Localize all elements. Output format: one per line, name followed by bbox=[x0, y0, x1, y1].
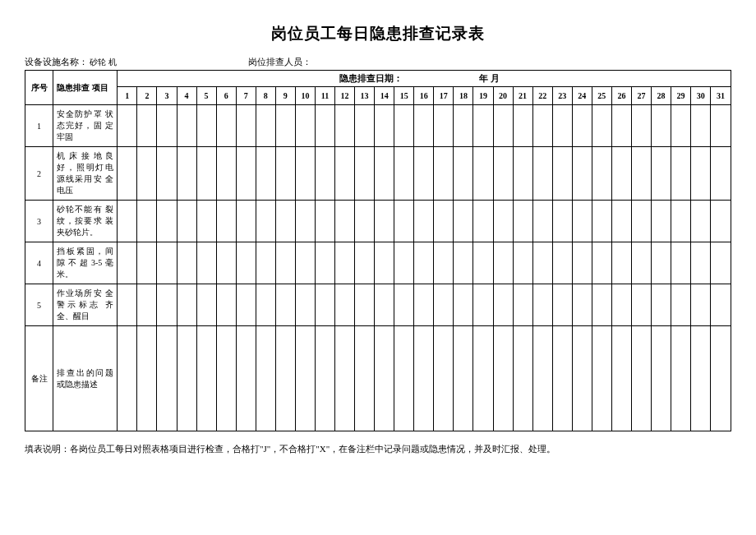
check-cell bbox=[473, 105, 493, 147]
check-cell bbox=[513, 147, 532, 201]
check-cell bbox=[157, 201, 177, 242]
check-cell bbox=[473, 242, 493, 284]
check-cell bbox=[454, 284, 473, 326]
check-cell bbox=[216, 201, 236, 242]
check-cell bbox=[592, 147, 611, 201]
remark-cell bbox=[216, 326, 236, 431]
day-header-31: 31 bbox=[711, 87, 731, 105]
check-cell bbox=[552, 242, 572, 284]
check-cell bbox=[671, 284, 691, 326]
day-header-1: 1 bbox=[118, 87, 137, 105]
remark-cell bbox=[454, 326, 473, 431]
item-cell: 砂轮不能有 裂纹，按要求 装夹砂轮片。 bbox=[53, 201, 118, 242]
check-cell bbox=[454, 242, 473, 284]
inspection-table: 序号 隐患排查 项目 隐患排查日期： 年 月 12345678910111213… bbox=[25, 70, 731, 431]
check-cell bbox=[414, 242, 434, 284]
check-cell bbox=[414, 284, 434, 326]
check-cell bbox=[473, 284, 493, 326]
header-date: 隐患排查日期： 年 月 bbox=[118, 71, 731, 87]
day-header-28: 28 bbox=[652, 87, 671, 105]
remark-cell bbox=[157, 326, 177, 431]
seq-cell: 2 bbox=[25, 147, 53, 201]
check-cell bbox=[473, 147, 493, 201]
day-header-14: 14 bbox=[375, 87, 394, 105]
item-cell: 安全防护罩 状态完好，固 定牢固 bbox=[53, 105, 118, 147]
day-header-6: 6 bbox=[216, 87, 236, 105]
check-cell bbox=[592, 242, 611, 284]
check-cell bbox=[611, 105, 631, 147]
check-cell bbox=[414, 147, 434, 201]
check-cell bbox=[236, 147, 256, 201]
check-cell bbox=[335, 284, 355, 326]
check-cell bbox=[275, 242, 295, 284]
seq-cell: 1 bbox=[25, 105, 53, 147]
check-cell bbox=[375, 147, 394, 201]
day-header-30: 30 bbox=[691, 87, 711, 105]
check-cell bbox=[532, 201, 552, 242]
check-cell bbox=[631, 147, 651, 201]
day-header-4: 4 bbox=[177, 87, 196, 105]
remark-cell bbox=[513, 326, 532, 431]
check-cell bbox=[513, 284, 532, 326]
day-header-22: 22 bbox=[532, 87, 552, 105]
check-cell bbox=[315, 147, 334, 201]
check-cell bbox=[236, 105, 256, 147]
remark-cell bbox=[375, 326, 394, 431]
check-cell bbox=[157, 284, 177, 326]
check-cell bbox=[256, 284, 275, 326]
day-header-17: 17 bbox=[434, 87, 454, 105]
check-cell bbox=[652, 201, 671, 242]
day-header-20: 20 bbox=[493, 87, 513, 105]
check-cell bbox=[295, 201, 315, 242]
day-header-7: 7 bbox=[236, 87, 256, 105]
check-cell bbox=[532, 284, 552, 326]
remark-cell bbox=[256, 326, 275, 431]
check-cell bbox=[631, 105, 651, 147]
page-title: 岗位员工每日隐患排查记录表 bbox=[25, 23, 731, 44]
check-cell bbox=[315, 242, 334, 284]
check-cell bbox=[137, 284, 157, 326]
check-cell bbox=[631, 201, 651, 242]
table-row: 1安全防护罩 状态完好，固 定牢固 bbox=[25, 105, 731, 147]
check-cell bbox=[652, 147, 671, 201]
check-cell bbox=[434, 147, 454, 201]
check-cell bbox=[454, 147, 473, 201]
check-cell bbox=[236, 201, 256, 242]
remark-cell bbox=[711, 326, 731, 431]
check-cell bbox=[493, 105, 513, 147]
check-cell bbox=[572, 242, 592, 284]
remark-row: 备注排查出的问题或隐患描述 bbox=[25, 326, 731, 431]
day-header-9: 9 bbox=[275, 87, 295, 105]
remark-cell bbox=[652, 326, 671, 431]
check-cell bbox=[256, 242, 275, 284]
remark-label: 备注 bbox=[25, 326, 53, 431]
check-cell bbox=[552, 284, 572, 326]
check-cell bbox=[236, 242, 256, 284]
check-cell bbox=[295, 284, 315, 326]
check-cell bbox=[434, 284, 454, 326]
item-cell: 机床接地良 好，照明灯电 源线采用安 全电压 bbox=[53, 147, 118, 201]
check-cell bbox=[532, 242, 552, 284]
table-row: 2机床接地良 好，照明灯电 源线采用安 全电压 bbox=[25, 147, 731, 201]
check-cell bbox=[118, 284, 137, 326]
check-cell bbox=[137, 105, 157, 147]
check-cell bbox=[671, 105, 691, 147]
check-cell bbox=[552, 201, 572, 242]
check-cell bbox=[118, 147, 137, 201]
day-header-12: 12 bbox=[335, 87, 355, 105]
day-header-2: 2 bbox=[137, 87, 157, 105]
day-header-18: 18 bbox=[454, 87, 473, 105]
check-cell bbox=[315, 201, 334, 242]
check-cell bbox=[196, 242, 216, 284]
check-cell bbox=[611, 242, 631, 284]
check-cell bbox=[711, 105, 731, 147]
check-cell bbox=[315, 284, 334, 326]
check-cell bbox=[611, 201, 631, 242]
remark-cell bbox=[137, 326, 157, 431]
check-cell bbox=[256, 105, 275, 147]
header-item: 隐患排查 项目 bbox=[53, 71, 118, 105]
remark-cell bbox=[335, 326, 355, 431]
remark-cell bbox=[493, 326, 513, 431]
check-cell bbox=[691, 105, 711, 147]
check-cell bbox=[493, 147, 513, 201]
